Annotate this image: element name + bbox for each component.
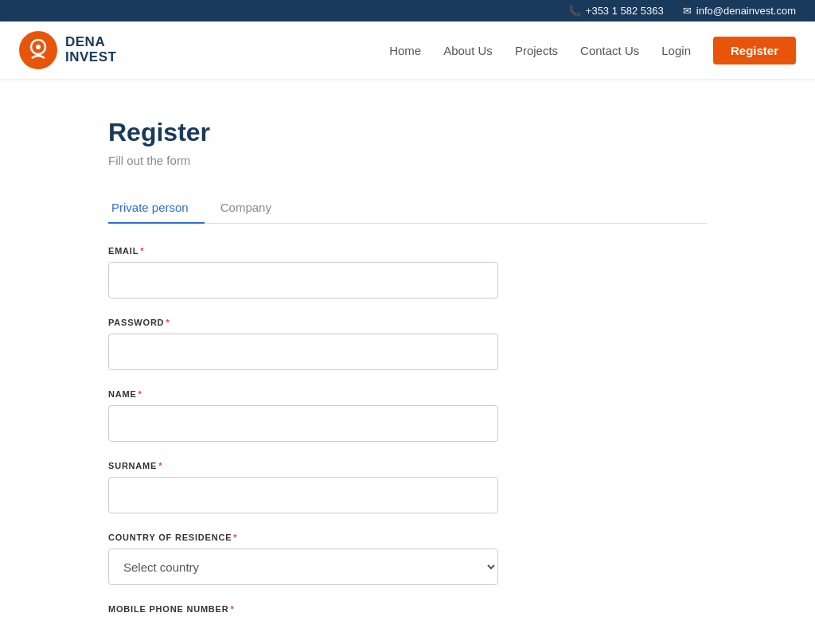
email-group: EMAIL*	[108, 246, 707, 299]
email-label: EMAIL*	[108, 246, 707, 256]
phone-group: MOBILE PHONE NUMBER*	[108, 604, 707, 614]
surname-label: SURNAME*	[108, 461, 707, 470]
name-label: NAME*	[108, 389, 707, 399]
phone-required: *	[230, 604, 234, 614]
phone-info: 📞 +353 1 582 5363	[568, 5, 664, 17]
country-select[interactable]: Select country Ireland United Kingdom Un…	[108, 548, 498, 585]
logo-text: DENA INVEST	[65, 35, 116, 64]
registration-tabs: Private person Company	[108, 193, 707, 224]
email-required: *	[140, 246, 144, 256]
password-required: *	[166, 318, 170, 327]
nav-register-button[interactable]: Register	[713, 37, 796, 64]
phone-icon: 📞	[568, 5, 581, 17]
email-address: info@denainvest.com	[696, 5, 796, 17]
email-info: ✉ info@denainvest.com	[683, 5, 796, 17]
email-icon: ✉	[683, 5, 692, 17]
surname-group: SURNAME*	[108, 461, 707, 513]
registration-form: EMAIL* PASSWORD* NAME* SURNAME* COUNTRY	[108, 246, 707, 614]
svg-point-0	[19, 31, 57, 69]
country-label: COUNTRY OF RESIDENCE*	[108, 533, 707, 542]
nav-links: Home About Us Projects Contact Us Login …	[389, 37, 796, 64]
tab-company[interactable]: Company	[217, 193, 287, 224]
logo[interactable]: DENA INVEST	[19, 31, 116, 69]
name-group: NAME*	[108, 389, 707, 442]
page-subtitle: Fill out the form	[108, 154, 707, 167]
password-group: PASSWORD*	[108, 318, 707, 370]
nav-projects[interactable]: Projects	[515, 44, 558, 57]
nav-contact-us[interactable]: Contact Us	[580, 44, 639, 57]
email-input[interactable]	[108, 262, 498, 299]
navbar: DENA INVEST Home About Us Projects Conta…	[0, 21, 815, 80]
phone-number: +353 1 582 5363	[586, 5, 664, 17]
svg-point-2	[36, 45, 41, 49]
surname-input[interactable]	[108, 477, 498, 513]
name-required: *	[138, 389, 142, 399]
main-content: Register Fill out the form Private perso…	[89, 80, 726, 644]
password-input[interactable]	[108, 334, 498, 370]
top-bar: 📞 +353 1 582 5363 ✉ info@denainvest.com	[0, 0, 815, 21]
logo-icon	[19, 31, 57, 69]
password-label: PASSWORD*	[108, 318, 707, 327]
country-required: *	[233, 533, 237, 542]
tab-private-person[interactable]: Private person	[108, 193, 205, 224]
country-group: COUNTRY OF RESIDENCE* Select country Ire…	[108, 533, 707, 585]
nav-login[interactable]: Login	[661, 44, 691, 57]
phone-label: MOBILE PHONE NUMBER*	[108, 604, 707, 614]
nav-home[interactable]: Home	[389, 44, 421, 57]
nav-about-us[interactable]: About Us	[443, 44, 493, 57]
name-input[interactable]	[108, 405, 498, 442]
surname-required: *	[158, 461, 162, 470]
page-title: Register	[108, 118, 707, 147]
